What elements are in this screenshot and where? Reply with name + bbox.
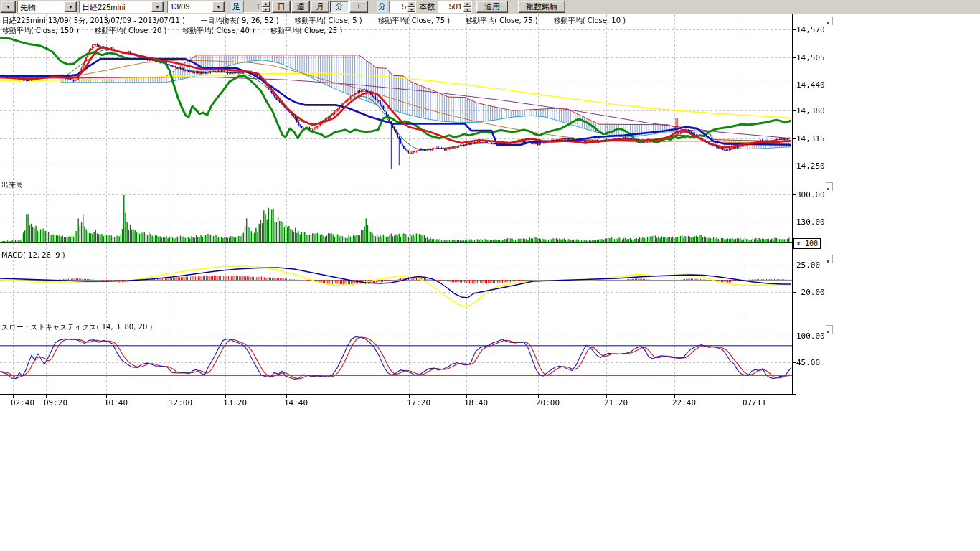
bar-count-label: 本数 <box>418 1 436 13</box>
price-axis-label: 14,315 <box>796 134 825 143</box>
stepper-down-icon[interactable]: ▼ <box>262 7 270 13</box>
legend-item: 日経225mini 13/09( 5分, 2013/07/09 - 2013/0… <box>2 16 185 26</box>
macd-axis-label: 25.00 <box>796 260 820 270</box>
stepper-up-icon[interactable]: ▲ <box>463 1 471 7</box>
panel-scale-handle[interactable] <box>826 182 833 191</box>
stepper-arrows[interactable]: ▲▼ <box>407 1 415 12</box>
time-axis-label: 21:20 <box>604 398 628 408</box>
market-select[interactable]: 先物 ▼ <box>17 1 77 13</box>
period-button-日[interactable]: 日 <box>272 1 291 13</box>
period-button-分[interactable]: 分 <box>330 1 349 13</box>
minute-label: 分 <box>377 1 387 12</box>
bar-type-label: 足 <box>231 1 242 12</box>
stepper-up-icon[interactable]: ▲ <box>262 1 270 7</box>
legend-item: 移動平均( Close, 75 ) <box>466 16 537 26</box>
stoch-panel-label: スロー・ストキャスティクス( 14, 3, 80, 20 ) <box>1 322 152 332</box>
stepper-arrows[interactable]: ▲▼ <box>262 1 270 12</box>
symbol-select[interactable]: 日経225mini ▼ <box>79 1 164 13</box>
price-axis-label: 14,440 <box>796 80 825 90</box>
stepper-down-icon[interactable]: ▼ <box>463 7 471 13</box>
time-axis-label: 22:40 <box>672 398 696 408</box>
volume-multiplier-badge: × 100 <box>793 238 821 249</box>
legend-item: 移動平均( Close, 5 ) <box>295 16 362 26</box>
time-axis-label: 07/11 <box>743 398 766 408</box>
price-axis-label: 14,250 <box>796 161 825 171</box>
time-axis-label: 13:20 <box>223 398 247 408</box>
time-axis-label: 20:00 <box>536 398 560 408</box>
period-button-group: 日週月分T <box>272 1 368 13</box>
chevron-down-icon[interactable]: ▼ <box>212 1 225 12</box>
time-axis-label: 14:40 <box>284 398 308 408</box>
chart-canvas[interactable] <box>0 0 980 551</box>
panel-scale-handle[interactable] <box>826 325 833 334</box>
chevron-down-icon[interactable]: ▼ <box>65 1 77 12</box>
bar-interval-stepper[interactable]: 1 ▲▼ <box>243 1 270 13</box>
minute-stepper[interactable]: 5 ▲▼ <box>389 1 416 13</box>
multi-symbol-button[interactable]: 複数銘柄 <box>518 1 565 13</box>
bar-count-stepper[interactable]: 501 ▲▼ <box>438 1 472 13</box>
legend-item: 移動平均( Close, 75 ) <box>378 16 450 26</box>
panel-scale-handle[interactable] <box>826 255 833 263</box>
time-axis-label: 12:00 <box>169 398 192 408</box>
contract-month-value: 13/09 <box>168 1 212 12</box>
time-axis-label: 17:20 <box>407 398 430 408</box>
legend-item: 移動平均( Close, 40 ) <box>182 26 254 36</box>
minute-value: 5 <box>390 1 407 12</box>
macd-axis-label: -20.00 <box>796 288 825 297</box>
time-axis-label: 10:40 <box>104 398 128 408</box>
legend-item: 移動平均( Close, 25 ) <box>270 26 342 36</box>
stepper-up-icon[interactable]: ▲ <box>407 1 415 7</box>
legend-item: 移動平均( Close, 150 ) <box>2 26 79 36</box>
chevron-down-icon[interactable]: ▼ <box>151 1 164 12</box>
price-axis-label: 14,570 <box>796 25 825 34</box>
contract-month-select[interactable]: 13/09 ▼ <box>167 1 225 13</box>
bar-count-value: 501 <box>438 1 463 12</box>
volume-panel-label: 出来高 <box>1 180 23 190</box>
bar-interval-value: 1 <box>244 1 262 12</box>
stepper-down-icon[interactable]: ▼ <box>407 7 415 13</box>
stoch-axis-label: 100.00 <box>796 331 825 341</box>
chevron-down-icon: ▼ <box>6 3 11 11</box>
legend-item: 移動平均( Close, 20 ) <box>95 26 166 36</box>
time-axis-label: 02:40 <box>11 398 34 408</box>
price-axis-label: 14,505 <box>796 53 825 62</box>
toolbar: ▼ 先物 ▼ 日経225mini ▼ 13/09 ▼ 足 1 ▲▼ 日週月分T … <box>0 0 980 14</box>
macd-panel-label: MACD( 12, 26, 9 ) <box>1 251 65 259</box>
collapsed-combo-button[interactable]: ▼ <box>1 1 16 13</box>
volume-axis-label: 300.00 <box>796 190 825 199</box>
app-window: { "toolbar": { "mini_dropdown": "▼", "ma… <box>0 0 980 551</box>
panel-scale-handle[interactable] <box>826 17 833 25</box>
stepper-arrows[interactable]: ▲▼ <box>463 1 471 12</box>
market-select-value: 先物 <box>18 1 65 12</box>
apply-button[interactable]: 適用 <box>476 1 508 13</box>
time-axis-label: 18:40 <box>464 398 488 408</box>
symbol-select-value: 日経225mini <box>80 1 151 12</box>
period-button-週[interactable]: 週 <box>291 1 310 13</box>
price-axis-label: 14,380 <box>796 106 825 116</box>
time-axis-label: 09:20 <box>44 398 67 408</box>
legend-row-1: 日経225mini 13/09( 5分, 2013/07/09 - 2013/0… <box>2 16 626 26</box>
period-button-T[interactable]: T <box>349 1 368 13</box>
period-button-月[interactable]: 月 <box>311 1 329 13</box>
legend-item: 一目均衡表( 9, 26, 52 ) <box>201 16 279 26</box>
volume-axis-label: 130.00 <box>796 217 825 227</box>
legend-row-2: 移動平均( Close, 150 )移動平均( Close, 20 )移動平均(… <box>2 26 342 36</box>
stoch-axis-label: 45.00 <box>796 358 820 367</box>
legend-item: 移動平均( Close, 10 ) <box>554 16 626 26</box>
